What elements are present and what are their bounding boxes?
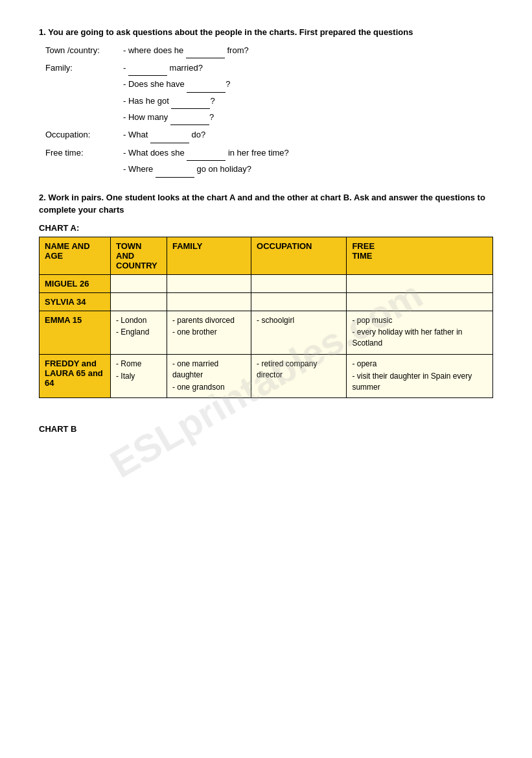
q-label-town: Town /country: (45, 43, 123, 59)
col-header-family: FAMILY (167, 237, 251, 274)
table-row: MIGUEL 26 (40, 274, 493, 292)
list-item: one married daughter (172, 359, 246, 381)
list-item: one brother (172, 327, 246, 338)
cell-town-sylvia (111, 292, 167, 311)
list-item: visit their daughter in Spain every summ… (352, 371, 487, 393)
list-item: retired company director (257, 359, 341, 381)
list-item: pop music (352, 315, 487, 326)
q-town-1: - where does he from? (123, 43, 493, 58)
table-header-row: NAME ANDAGE TOWN ANDCOUNTRY FAMILY OCCUP… (40, 237, 493, 274)
cell-occupation-sylvia (251, 292, 347, 311)
list-item: schoolgirl (257, 315, 341, 326)
q-family-4: - How many ? (123, 110, 493, 125)
q-occupation-1: - What do? (123, 127, 493, 143)
chart-a-table: NAME ANDAGE TOWN ANDCOUNTRY FAMILY OCCUP… (39, 237, 493, 399)
q-items-town: - where does he from? (123, 43, 493, 59)
chart-a-label: CHART A: (39, 223, 493, 233)
chart-b-label: CHART B (39, 424, 493, 434)
list-item: England (116, 327, 161, 338)
questions-row-occupation: Occupation: - What do? (45, 127, 493, 143)
q-label-family: Family: (45, 60, 123, 126)
cell-freetime-sylvia (347, 292, 493, 311)
cell-name-miguel: MIGUEL 26 (40, 274, 111, 292)
cell-town-emma: London England (111, 311, 167, 354)
list-item: London (116, 315, 161, 326)
cell-name-emma: EMMA 15 (40, 311, 111, 354)
cell-family-emma: parents divorced one brother (167, 311, 251, 354)
questions-row-town: Town /country: - where does he from? (45, 43, 493, 59)
list-item: one grandson (172, 382, 246, 393)
section2-instruction: 2. Work in pairs. One student looks at t… (39, 191, 493, 217)
list-item: parents divorced (172, 315, 246, 326)
cell-town-freddy: Rome Italy (111, 355, 167, 398)
q-label-freetime: Free time: (45, 145, 123, 178)
q-family-1: - married? (123, 60, 493, 76)
cell-family-freddy: one married daughter one grandson (167, 355, 251, 398)
cell-freetime-emma: pop music every holiday with her father … (347, 311, 493, 354)
cell-name-freddy: FREDDY and LAURA 65 and 64 (40, 355, 111, 398)
col-header-name: NAME ANDAGE (40, 237, 111, 274)
cell-freetime-miguel (347, 274, 493, 292)
col-header-occupation: OCCUPATION (251, 237, 347, 274)
cell-family-miguel (167, 274, 251, 292)
section1-instruction: 1. You are going to ask questions about … (39, 26, 493, 39)
cell-occupation-freddy: retired company director (251, 355, 347, 398)
questions-row-family: Family: - married? - Does she have ? - H… (45, 60, 493, 126)
list-item: every holiday with her father in Scotlan… (352, 327, 487, 349)
q-items-freetime: - What does she in her free time? - Wher… (123, 145, 493, 178)
questions-row-freetime: Free time: - What does she in her free t… (45, 145, 493, 178)
table-row: SYLVIA 34 (40, 292, 493, 311)
q-label-occupation: Occupation: (45, 127, 123, 143)
q-freetime-1: - What does she in her free time? (123, 145, 493, 161)
cell-town-miguel (111, 274, 167, 292)
q-items-occupation: - What do? (123, 127, 493, 143)
section1: 1. You are going to ask questions about … (39, 26, 493, 178)
list-item: Italy (116, 371, 161, 382)
cell-family-sylvia (167, 292, 251, 311)
list-item: Rome (116, 359, 161, 370)
cell-occupation-emma: schoolgirl (251, 311, 347, 354)
cell-occupation-miguel (251, 274, 347, 292)
table-row: EMMA 15 London England parents divorced … (40, 311, 493, 354)
questions-block: Town /country: - where does he from? Fam… (45, 43, 493, 178)
cell-name-sylvia: SYLVIA 34 (40, 292, 111, 311)
list-item: opera (352, 359, 487, 370)
q-family-3: - Has he got ? (123, 93, 493, 109)
cell-freetime-freddy: opera visit their daughter in Spain ever… (347, 355, 493, 398)
col-header-freetime: FREETIME (347, 237, 493, 274)
q-items-family: - married? - Does she have ? - Has he go… (123, 60, 493, 126)
col-header-town: TOWN ANDCOUNTRY (111, 237, 167, 274)
q-freetime-2: - Where go on holiday? (123, 161, 493, 177)
q-family-2: - Does she have ? (123, 77, 493, 92)
table-row: FREDDY and LAURA 65 and 64 Rome Italy on… (40, 355, 493, 398)
section2: 2. Work in pairs. One student looks at t… (39, 191, 493, 399)
